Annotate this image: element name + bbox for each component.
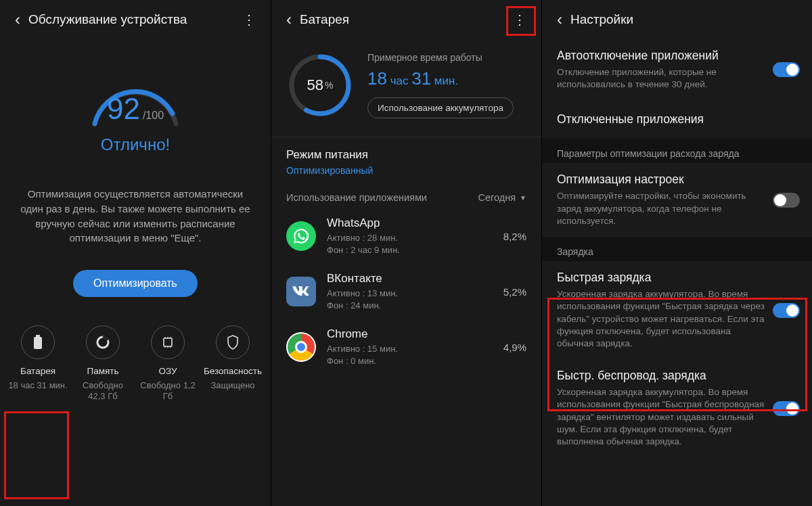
memory-tile[interactable]: ОЗУ Свободно 1,2 Гб [137, 323, 199, 408]
more-menu-button[interactable]: ⋮ [509, 12, 531, 28]
battery-settings-screen: ‹ Настройки Автоотключение приложений От… [541, 0, 812, 506]
svg-rect-3 [164, 338, 172, 346]
score-status: Отлично! [0, 135, 271, 154]
chrome-icon [286, 332, 316, 362]
app-usage-row[interactable]: Chrome Активно : 15 мин.Фон : 0 мин. 4,9… [271, 319, 541, 375]
score-value: 92 [107, 92, 140, 125]
battery-screen: ‹ Батарея ⋮ 58% Примерное время работы 1… [271, 0, 541, 506]
power-mode-row[interactable]: Режим питания Оптимизированный [271, 137, 541, 180]
score-gauge: 92/100 Отлично! [0, 60, 271, 154]
battery-tile[interactable]: Батарея 18 час 31 мин. [7, 323, 69, 408]
group-label: Параметры оптимизации расхода заряда [542, 139, 812, 163]
screen-title: Настройки [570, 12, 801, 27]
toggle-switch[interactable] [773, 193, 800, 208]
screen-title: Батарея [300, 12, 509, 27]
shield-icon [216, 325, 250, 359]
usage-by-apps-label: Использование приложениями [286, 192, 427, 203]
optimize-settings-row[interactable]: Оптимизация настроек Оптимизируйте настр… [542, 163, 812, 237]
disabled-apps-row[interactable]: Отключенные приложения [542, 100, 812, 139]
back-button[interactable]: ‹ [549, 10, 570, 29]
screen-title: Обслуживание устройства [28, 12, 238, 27]
battery-icon [21, 325, 55, 359]
score-max: /100 [143, 110, 164, 121]
highlight-battery-tile [4, 411, 69, 499]
optimize-button[interactable]: Оптимизировать [73, 270, 198, 297]
svg-rect-1 [36, 335, 40, 337]
back-button[interactable]: ‹ [7, 10, 28, 29]
dropdown-icon: ▼ [520, 194, 526, 202]
more-menu-button[interactable]: ⋮ [238, 12, 260, 28]
toggle-switch[interactable] [773, 303, 800, 318]
category-tiles: Батарея 18 час 31 мин. Память Свободно 4… [0, 323, 271, 408]
app-usage-row[interactable]: WhatsApp Активно : 28 мин.Фон : 2 час 9 … [271, 208, 541, 264]
security-tile[interactable]: Безопасность Защищено [202, 323, 264, 408]
storage-tile[interactable]: Память Свободно 42,3 Гб [72, 323, 134, 408]
period-selector[interactable]: Сегодня▼ [478, 192, 526, 203]
vk-icon [286, 277, 316, 306]
storage-icon [86, 325, 120, 359]
group-label: Зарядка [542, 237, 812, 261]
device-care-screen: ‹ Обслуживание устройства ⋮ 92/100 Отлич… [0, 0, 271, 506]
fast-charging-row[interactable]: Быстрая зарядка Ускоренная зарядка аккум… [542, 261, 812, 359]
estimate-label: Примерное время работы [367, 52, 526, 63]
optimization-description: Оптимизация осуществляется автоматически… [0, 187, 271, 246]
app-usage-row[interactable]: ВКонтакте Активно : 13 мин.Фон : 24 мин.… [271, 264, 541, 319]
battery-usage-button[interactable]: Использование аккумулятора [367, 97, 514, 118]
memory-icon [151, 325, 185, 359]
back-button[interactable]: ‹ [278, 10, 300, 29]
svg-rect-0 [34, 337, 42, 349]
battery-ring: 58% [286, 51, 354, 119]
whatsapp-icon [286, 221, 316, 251]
toggle-switch[interactable] [773, 62, 800, 77]
toggle-switch[interactable] [773, 401, 800, 416]
auto-disable-apps-row[interactable]: Автоотключение приложений Отключение при… [542, 39, 812, 100]
estimate-time: 18 час 31 мин. [367, 68, 526, 89]
fast-wireless-charging-row[interactable]: Быстр. беспровод. зарядка Ускоренная зар… [542, 359, 812, 457]
